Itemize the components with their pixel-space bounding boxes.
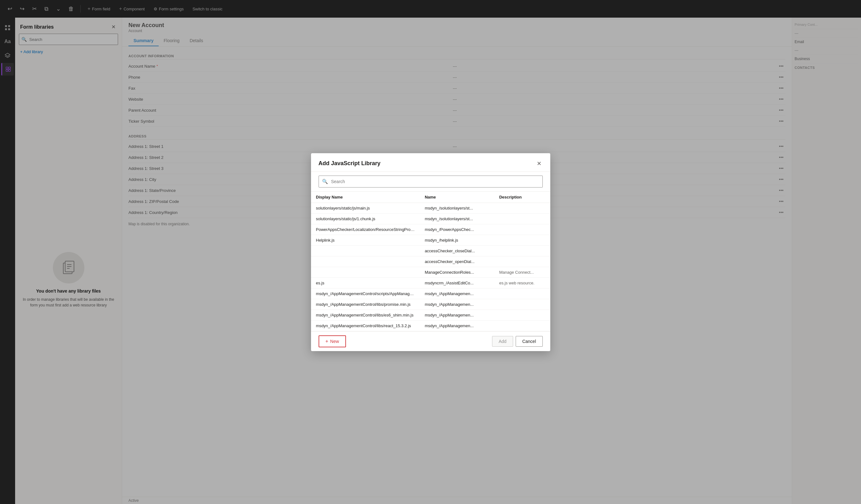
cell-name: msdyn_/AppManagemen... xyxy=(420,310,494,320)
modal-search-icon: 🔍 xyxy=(319,179,331,184)
cell-name: ManageConnectionRoles... xyxy=(420,267,494,278)
cancel-button[interactable]: Cancel xyxy=(516,336,543,347)
modal-search-input[interactable] xyxy=(331,176,543,187)
cell-description xyxy=(494,310,550,320)
modal-search-bar: 🔍 xyxy=(311,172,550,192)
modal-footer: + New Add Cancel xyxy=(311,331,550,351)
table-row[interactable]: Helplink.jsmsdyn_/helplink.js xyxy=(311,235,550,246)
table-row[interactable]: accessChecker_openDial... xyxy=(311,256,550,267)
cell-name: msdyn_/solutionlayers/st... xyxy=(420,213,494,224)
table-row[interactable]: msdyn_/AppManagementControl/libs/react_1… xyxy=(311,320,550,331)
cell-name: accessChecker_closeDial... xyxy=(420,246,494,256)
cell-name: msdyn_/PowerAppsChec... xyxy=(420,224,494,235)
cell-description xyxy=(494,213,550,224)
cell-name: accessChecker_openDial... xyxy=(420,256,494,267)
cell-description xyxy=(494,224,550,235)
table-row[interactable]: PowerAppsChecker/Localization/ResourceSt… xyxy=(311,224,550,235)
cell-name: msdyn_/AppManagemen... xyxy=(420,320,494,331)
cell-display-name xyxy=(311,256,420,267)
cell-display-name: es.js xyxy=(311,278,420,288)
modal-close-button[interactable]: ✕ xyxy=(535,159,543,168)
table-header-row: Display Name Name Description xyxy=(311,192,550,203)
table-row[interactable]: ManageConnectionRoles...Manage Connect..… xyxy=(311,267,550,278)
modal-table-container[interactable]: Display Name Name Description solutionla… xyxy=(311,192,550,331)
cell-description: Manage Connect... xyxy=(494,267,550,278)
col-description: Description xyxy=(494,192,550,203)
table-row[interactable]: msdyn_/AppManagementControl/libs/es6_shi… xyxy=(311,310,550,320)
table-row[interactable]: solutionlayers/static/js/main.jsmsdyn_/s… xyxy=(311,202,550,213)
col-display-name: Display Name xyxy=(311,192,420,203)
cell-display-name xyxy=(311,246,420,256)
cell-name: msdyncrm_/AssistEditCo... xyxy=(420,278,494,288)
cell-description xyxy=(494,299,550,310)
cell-description xyxy=(494,256,550,267)
add-button[interactable]: Add xyxy=(492,336,513,347)
table-row[interactable]: accessChecker_closeDial... xyxy=(311,246,550,256)
cell-display-name: PowerAppsChecker/Localization/ResourceSt… xyxy=(311,224,420,235)
cell-description xyxy=(494,288,550,299)
cell-name: msdyn_/helplink.js xyxy=(420,235,494,246)
col-name: Name xyxy=(420,192,494,203)
cell-description xyxy=(494,235,550,246)
cell-description xyxy=(494,202,550,213)
cell-display-name: solutionlayers/static/js/1.chunk.js xyxy=(311,213,420,224)
cell-display-name: msdyn_/AppManagementControl/libs/react_1… xyxy=(311,320,420,331)
cell-display-name: msdyn_/AppManagementControl/libs/promise… xyxy=(311,299,420,310)
modal-overlay: Add JavaScript Library ✕ 🔍 Display Name … xyxy=(0,0,861,504)
modal-search-input-wrap: 🔍 xyxy=(318,176,543,187)
cell-description: es.js web resource. xyxy=(494,278,550,288)
table-row[interactable]: es.jsmsdyncrm_/AssistEditCo...es.js web … xyxy=(311,278,550,288)
table-row[interactable]: msdyn_/AppManagementControl/libs/promise… xyxy=(311,299,550,310)
table-row[interactable]: solutionlayers/static/js/1.chunk.jsmsdyn… xyxy=(311,213,550,224)
cell-name: msdyn_/AppManagemen... xyxy=(420,299,494,310)
cell-description xyxy=(494,246,550,256)
new-plus-icon: + xyxy=(326,338,328,344)
cell-display-name xyxy=(311,267,420,278)
cell-display-name: msdyn_/AppManagementControl/scripts/AppM… xyxy=(311,288,420,299)
modal-title: Add JavaScript Library xyxy=(318,160,381,167)
add-js-library-modal: Add JavaScript Library ✕ 🔍 Display Name … xyxy=(311,153,550,351)
table-row[interactable]: msdyn_/AppManagementControl/scripts/AppM… xyxy=(311,288,550,299)
cell-display-name: Helplink.js xyxy=(311,235,420,246)
cell-display-name: msdyn_/AppManagementControl/libs/es6_shi… xyxy=(311,310,420,320)
footer-right: Add Cancel xyxy=(492,336,543,347)
cell-name: msdyn_/solutionlayers/st... xyxy=(420,202,494,213)
cell-display-name: solutionlayers/static/js/main.js xyxy=(311,202,420,213)
cell-name: msdyn_/AppManagemen... xyxy=(420,288,494,299)
modal-table: Display Name Name Description solutionla… xyxy=(311,192,550,331)
new-button[interactable]: + New xyxy=(318,335,346,347)
modal-header: Add JavaScript Library ✕ xyxy=(311,153,550,172)
cell-description xyxy=(494,320,550,331)
